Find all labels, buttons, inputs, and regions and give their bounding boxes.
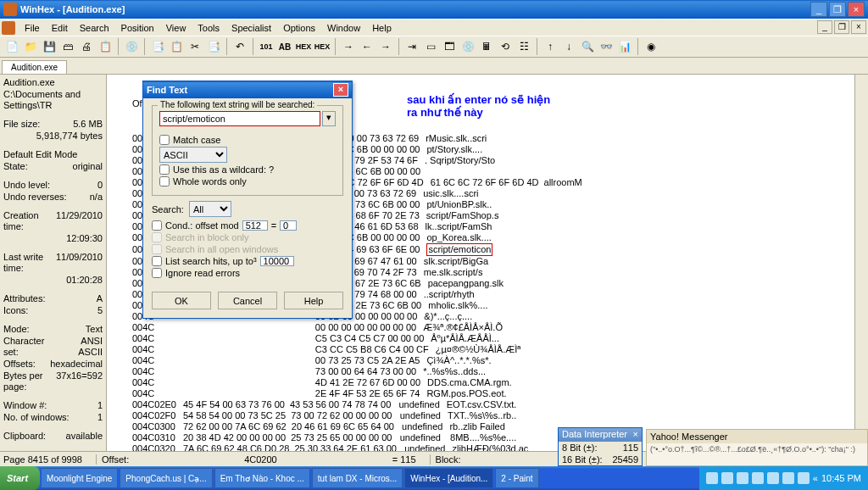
undo-icon[interactable]: ↶ [231,38,248,55]
doc-restore[interactable]: ❐ [834,20,849,34]
print-icon[interactable]: 🖨 [78,38,95,55]
close-button[interactable]: × [848,2,865,17]
undol-label: Undo level: [3,180,50,191]
menu-search[interactable]: Search [74,21,115,35]
help-icon[interactable]: ◉ [643,38,659,55]
dropdown-icon[interactable]: ▾ [322,111,336,126]
tray-icon[interactable] [752,472,764,484]
properties-icon[interactable]: 📋 [97,38,114,55]
scrollbar[interactable] [854,75,868,454]
save-icon[interactable]: 💾 [41,38,58,55]
tab-audition[interactable]: Audition.exe [2,60,67,74]
search-input[interactable] [159,111,320,126]
taskbar-btn-4[interactable]: WinHex - [Audition... [404,468,493,488]
tray-icon[interactable] [737,472,748,484]
menu-view[interactable]: View [160,21,192,35]
template-icon[interactable]: ☷ [515,38,532,55]
filesize-label: File size: [3,119,40,130]
doc-minimize[interactable]: _ [817,20,832,34]
copy-icon[interactable]: 📑 [149,38,166,55]
find-hex-icon[interactable]: 101 [258,38,275,55]
new-icon[interactable]: 📄 [3,38,20,55]
listhits-checkbox[interactable] [152,256,162,266]
clip-label: Clipboard: [3,431,46,442]
goto-icon[interactable]: → [340,38,357,55]
open-icon[interactable]: 📁 [22,38,39,55]
arrow-down-icon[interactable]: ↓ [560,38,577,55]
status-page: Page 8415 of 9998 [3,454,82,465]
arrow-up-icon[interactable]: ↑ [542,38,559,55]
wtime-time: 01:20:28 [66,275,103,286]
tray-icon[interactable] [767,472,779,484]
replace-hex-icon[interactable]: HEX [295,38,312,55]
taskbar-btn-5[interactable]: 2 - Paint [495,468,538,488]
tray-icon[interactable] [798,472,810,484]
paste-icon[interactable]: 📋 [168,38,185,55]
maximize-button[interactable]: ❐ [829,2,846,17]
encoding-select[interactable]: ASCII [159,147,227,163]
allwin-label: Search in all open windows [165,244,278,254]
disk2-icon[interactable]: 💿 [459,38,476,55]
taskbar-btn-3[interactable]: tut lam DX - Micros... [312,468,403,488]
ok-button[interactable]: OK [152,292,211,309]
block-icon[interactable]: ▭ [422,38,439,55]
find-again-icon[interactable]: 🔍 [579,38,596,55]
pos-icon[interactable]: ⇥ [403,38,420,55]
menu-help[interactable]: Help [366,21,398,35]
cut-icon[interactable]: ✂ [186,38,203,55]
filesize-bytes: 5,918,774 bytes [36,131,103,142]
menu-edit[interactable]: Edit [46,21,74,35]
back-icon[interactable]: ← [359,38,376,55]
cond-mod-input[interactable] [242,220,268,231]
wtime-label: Last write time: [3,252,56,274]
state-label: State: [3,161,28,172]
cond-val-input[interactable] [280,220,297,231]
whole-label: Whole words only [173,176,247,187]
find-text-icon[interactable]: AB [276,38,293,55]
wildcard-checkbox[interactable] [159,164,170,175]
taskbar-btn-1[interactable]: PhongCach.us | Cạ... [120,468,212,488]
replace-text-icon[interactable]: HEX [314,38,331,55]
binoculars-icon[interactable]: 👓 [598,38,615,55]
clock[interactable]: 10:45 PM [821,473,861,483]
disk-icon[interactable]: 💿 [123,38,140,55]
win-value: 1 [97,400,103,411]
copy2-icon[interactable]: 📑 [205,38,222,55]
saveall-icon[interactable]: 🗃 [59,38,76,55]
stats-icon[interactable]: 📊 [616,38,633,55]
tray-icon[interactable] [721,472,733,484]
menu-window[interactable]: Window [321,21,366,35]
convert-icon[interactable]: ⟲ [497,38,514,55]
matchcase-checkbox[interactable] [159,135,170,145]
start-button[interactable]: Start [0,466,40,490]
taskbar-btn-0[interactable]: Moonlight Engine [41,468,118,488]
tray-icon[interactable] [782,472,794,484]
ignore-checkbox[interactable] [152,268,162,278]
calc-icon[interactable]: 🖩 [478,38,495,55]
file-name: Audition.exe [3,77,55,88]
yahoo-messenger-popup[interactable]: Yahoo! Messenger ("•..•°o.O†...¶î©...©®.… [646,429,868,466]
nwin-label: No. of windows: [3,412,70,423]
doc-close[interactable]: × [851,20,866,34]
ram-icon[interactable]: 🗔 [441,38,458,55]
nwin-value: 1 [97,412,103,423]
minimize-button[interactable]: _ [810,2,827,17]
menu-position[interactable]: Position [115,21,160,35]
system-tray[interactable]: « 10:45 PM [699,466,868,490]
datainterp-close-icon[interactable]: × [633,429,638,441]
cancel-button[interactable]: Cancel [218,292,277,309]
menu-tools[interactable]: Tools [192,21,225,35]
tray-icon[interactable] [706,472,718,484]
dialog-close-icon[interactable]: × [333,83,348,97]
menu-specialist[interactable]: Specialist [225,21,277,35]
annotation-text: sau khi ấn enter nó sẽ hiện ra như thế n… [407,93,550,119]
help-button[interactable]: Help [284,292,343,309]
menu-options[interactable]: Options [277,21,321,35]
forward-icon[interactable]: → [377,38,394,55]
whole-checkbox[interactable] [159,176,170,187]
menu-file[interactable]: File [19,21,46,35]
listhits-input[interactable] [260,256,294,266]
cond-checkbox[interactable] [152,220,162,231]
search-direction-select[interactable]: All [189,201,231,217]
taskbar-btn-2[interactable]: Em Thơ Nào - Khoc ... [214,468,310,488]
